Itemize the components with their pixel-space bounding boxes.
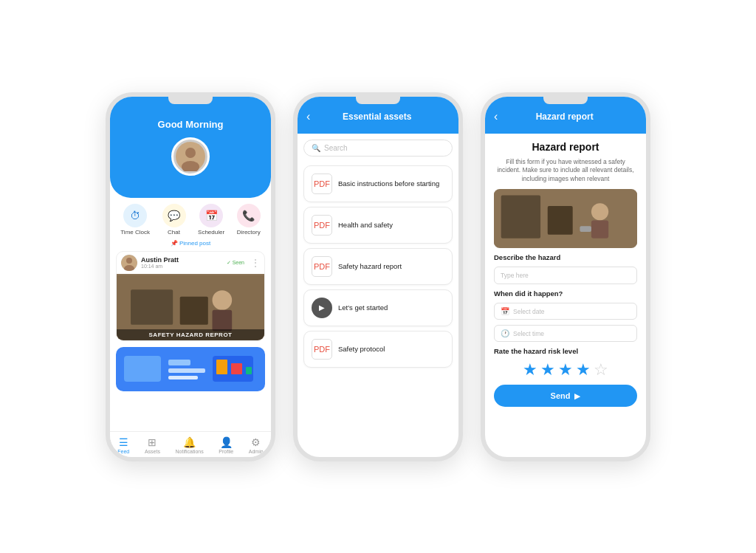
- svg-rect-14: [168, 360, 190, 365]
- scheduler-icon: 📅: [199, 204, 223, 227]
- when-label: When did it happen?: [494, 289, 637, 298]
- svg-rect-18: [216, 360, 227, 374]
- star-rating[interactable]: ★ ★ ★ ★ ☆: [494, 360, 637, 379]
- profile-icon: 👤: [220, 436, 233, 448]
- time-input[interactable]: 🕐 Select time: [494, 325, 637, 342]
- directory-action[interactable]: 📞 Directory: [237, 204, 261, 236]
- svg-rect-25: [591, 221, 608, 238]
- svg-rect-13: [124, 356, 161, 382]
- svg-point-10: [213, 290, 233, 310]
- search-placeholder: Search: [324, 144, 348, 152]
- back-button[interactable]: ‹: [494, 110, 498, 123]
- star-3[interactable]: ★: [558, 360, 573, 379]
- play-icon: ▶: [312, 298, 332, 318]
- star-2[interactable]: ★: [540, 360, 555, 379]
- chat-action[interactable]: 💬 Chat: [162, 204, 186, 236]
- send-button[interactable]: Send ▶: [494, 385, 637, 407]
- scheduler-action[interactable]: 📅 Scheduler: [198, 204, 224, 236]
- chat-icon: 💬: [162, 204, 186, 227]
- svg-rect-11: [213, 309, 233, 331]
- post-image-label: SAFETY HAZARD REPROT: [117, 329, 264, 340]
- hazard-form-title: Hazard report: [494, 141, 637, 153]
- send-arrow-icon: ▶: [574, 392, 580, 400]
- pinned-label: Pinned post: [110, 238, 271, 248]
- post-seen: ✓ Seen: [227, 260, 244, 266]
- list-item[interactable]: PDF Basic instructions before starting: [303, 165, 453, 202]
- phone1-header: Good Morning: [110, 97, 271, 198]
- more-options-icon[interactable]: ⋮: [251, 258, 260, 268]
- clock-icon: 🕐: [501, 329, 509, 337]
- hazard-form-desc: Fill this form if you have witnessed a s…: [494, 158, 637, 185]
- post-image: SAFETY HAZARD REPROT: [117, 274, 264, 340]
- pdf-icon: PDF: [312, 256, 332, 277]
- back-button[interactable]: ‹: [306, 110, 310, 123]
- timeclock-action[interactable]: ⏱ Time Clock: [120, 204, 150, 236]
- rate-label: Rate the hazard risk level: [494, 347, 637, 355]
- search-bar[interactable]: 🔍 Search: [303, 140, 453, 157]
- post-avatar: [121, 255, 137, 271]
- scene: Good Morning ⏱ Time Clock 💬 Chat 📅 Sche: [0, 0, 756, 553]
- phone3-title: Hazard report: [504, 111, 625, 122]
- svg-point-1: [185, 148, 196, 158]
- post-time: 10:14 am: [141, 264, 179, 269]
- phone-3-hazard: ‹ Hazard report Hazard report Fill this …: [481, 92, 650, 461]
- phone2-title: Essential assets: [316, 111, 438, 122]
- svg-point-24: [591, 203, 608, 220]
- post-header: Austin Pratt 10:14 am ✓ Seen ⋮: [117, 252, 264, 274]
- greeting-text: Good Morning: [110, 119, 271, 130]
- describe-label: Describe the hazard: [494, 253, 637, 261]
- directory-icon: 📞: [237, 204, 261, 227]
- notifications-icon: 🔔: [183, 436, 196, 448]
- feed-card-2: [116, 347, 265, 391]
- phone-1-feed: Good Morning ⏱ Time Clock 💬 Chat 📅 Sche: [106, 92, 275, 461]
- svg-rect-19: [231, 363, 242, 374]
- assets-icon: ⊞: [148, 436, 157, 448]
- pdf-icon: PDF: [312, 174, 332, 194]
- avatar: [171, 137, 210, 176]
- calendar-icon: 📅: [501, 307, 509, 315]
- list-item[interactable]: ▶ Let's get started: [303, 289, 453, 326]
- nav-feed[interactable]: ☰ Feed: [117, 436, 129, 454]
- phone3-header: ‹ Hazard report: [485, 97, 646, 134]
- pdf-icon: PDF: [312, 215, 332, 236]
- feed-post: Austin Pratt 10:14 am ✓ Seen ⋮ SAFETY HA…: [116, 251, 265, 341]
- list-item[interactable]: PDF Safety hazard report: [303, 248, 453, 285]
- timeclock-icon: ⏱: [123, 204, 147, 227]
- search-icon: 🔍: [312, 144, 320, 152]
- pdf-icon: PDF: [312, 339, 332, 360]
- phone2-header: ‹ Essential assets: [298, 97, 458, 134]
- hazard-form: Hazard report Fill this form if you have…: [485, 134, 646, 457]
- nav-assets[interactable]: ⊞ Assets: [145, 436, 160, 454]
- asset-name: Safety protocol: [338, 345, 385, 353]
- quick-actions: ⏱ Time Clock 💬 Chat 📅 Scheduler 📞 Direct…: [110, 198, 271, 238]
- hazard-photo: [494, 189, 637, 248]
- svg-rect-15: [168, 368, 205, 373]
- svg-rect-23: [548, 206, 573, 235]
- asset-name: Let's get started: [338, 303, 388, 312]
- asset-name: Safety hazard report: [338, 262, 402, 270]
- bottom-nav: ☰ Feed ⊞ Assets 🔔 Notifications 👤 Profil…: [110, 431, 271, 457]
- list-item[interactable]: PDF Safety protocol: [303, 331, 453, 368]
- svg-rect-26: [580, 226, 591, 232]
- post-author: Austin Pratt: [141, 256, 179, 264]
- star-4[interactable]: ★: [576, 360, 591, 379]
- list-item[interactable]: PDF Health and safety: [303, 207, 453, 244]
- date-input[interactable]: 📅 Select date: [494, 303, 637, 320]
- nav-notifications[interactable]: 🔔 Notifications: [176, 436, 204, 454]
- asset-name: Health and safety: [338, 221, 393, 229]
- describe-input[interactable]: Type here: [494, 267, 637, 284]
- star-5[interactable]: ☆: [594, 360, 608, 379]
- svg-point-4: [126, 258, 132, 264]
- svg-rect-22: [501, 196, 540, 238]
- svg-rect-8: [131, 289, 173, 325]
- nav-admin[interactable]: ⚙ Admin: [249, 436, 264, 454]
- feed-icon: ☰: [119, 436, 128, 448]
- svg-rect-16: [168, 376, 198, 379]
- nav-profile[interactable]: 👤 Profile: [219, 436, 233, 454]
- star-1[interactable]: ★: [523, 360, 537, 379]
- asset-name: Basic instructions before starting: [338, 179, 439, 188]
- svg-rect-9: [180, 296, 208, 324]
- svg-rect-20: [246, 367, 252, 374]
- asset-list: PDF Basic instructions before starting P…: [298, 162, 458, 457]
- phone-2-assets: ‹ Essential assets 🔍 Search PDF Basic in…: [293, 92, 463, 461]
